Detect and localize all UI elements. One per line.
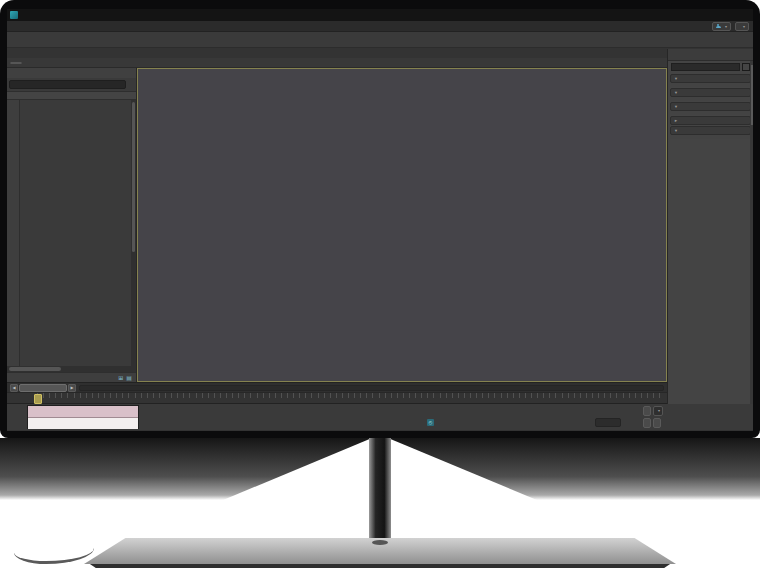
explorer-vscrollbar[interactable]: [131, 100, 136, 366]
dock-icon[interactable]: ⊞: [118, 374, 123, 382]
object-color-swatch[interactable]: [742, 63, 750, 71]
explorer-search-input[interactable]: [9, 80, 126, 89]
track-bar[interactable]: [7, 392, 667, 404]
app-icon: [10, 11, 18, 19]
display-color-rollout: ▼: [670, 74, 751, 87]
rollout-header[interactable]: ▼: [670, 102, 751, 111]
ruler-ticks: [37, 393, 661, 398]
viewport-scene: [138, 69, 666, 381]
explorer-hscrollbar[interactable]: [7, 366, 136, 372]
rollout-body: [670, 135, 751, 139]
menubar-right: ▾ ▾: [712, 22, 753, 31]
hide-by-category-rollout: ▼: [670, 88, 751, 101]
stand-base-edge: [84, 564, 676, 568]
ribbon-panel-row: [7, 58, 667, 68]
rollout-header[interactable]: ►: [670, 116, 751, 125]
rollout-header[interactable]: ▼: [670, 126, 751, 135]
previous-frame-icon[interactable]: ◀: [10, 384, 18, 392]
rollout-body: [670, 83, 751, 87]
next-frame-icon[interactable]: ▶: [68, 384, 76, 392]
sign-in-button[interactable]: ▾: [712, 22, 731, 31]
display-properties-rollout: ▼: [670, 126, 751, 139]
rollout-header[interactable]: ▼: [670, 74, 751, 83]
explorer-list: [20, 100, 136, 366]
freeze-rollout: ►: [670, 116, 751, 125]
command-panel: ▼ ▼ ▼ ► ▼: [667, 49, 753, 404]
status-bar: ◴ ▾: [7, 404, 753, 430]
main-area: ⊞ ▤: [7, 68, 667, 382]
screen: ▾ ▾: [7, 9, 753, 431]
scene-explorer: ⊞ ▤: [7, 68, 137, 382]
key-set-dropdown[interactable]: ▾: [653, 406, 663, 416]
collapse-icon: ▼: [674, 127, 678, 134]
polygon-modeling-tab[interactable]: [10, 62, 22, 64]
layout-icon[interactable]: ▤: [126, 374, 132, 382]
photo-background: [0, 438, 760, 572]
user-icon: [716, 24, 721, 29]
explorer-filter-strip: [7, 100, 20, 366]
object-color-row: [668, 61, 753, 73]
chevron-down-icon: ▾: [658, 407, 660, 415]
current-frame-field[interactable]: [595, 418, 621, 427]
key-filters-button[interactable]: [653, 418, 661, 428]
time-slider-handle[interactable]: [19, 384, 67, 392]
main-toolbar: [7, 32, 753, 48]
scrollbar-thumb[interactable]: [9, 367, 61, 371]
auto-key-button[interactable]: [643, 406, 651, 416]
explorer-body: [7, 100, 136, 366]
explorer-menu: [7, 68, 136, 78]
macro-recorder-row[interactable]: [28, 406, 138, 418]
track-bar-thumb[interactable]: [34, 394, 42, 404]
time-slider: ◀ ▶: [7, 382, 667, 392]
expand-icon: ►: [674, 117, 678, 124]
rollout-body: [670, 111, 751, 115]
monitor-shadow-right: [388, 438, 760, 500]
menu-bar: ▾ ▾: [7, 21, 753, 32]
set-key-button[interactable]: [643, 418, 651, 428]
collapse-icon: ▼: [674, 103, 678, 110]
object-name-field[interactable]: [671, 63, 740, 71]
collapse-icon: ▼: [674, 75, 678, 82]
explorer-column-header[interactable]: [7, 91, 136, 100]
monitor-cable: [14, 548, 94, 564]
explorer-search-row: [7, 78, 136, 91]
collapse-icon: ▼: [674, 89, 678, 96]
workspaces-dropdown[interactable]: ▾: [735, 22, 749, 31]
maxscript-mini-listener[interactable]: [27, 405, 139, 429]
stand-base-joint: [372, 540, 388, 545]
title-bar: [7, 9, 753, 21]
ribbon-tabs: [7, 48, 667, 58]
chevron-down-icon: ▾: [725, 23, 727, 30]
rollout-header[interactable]: ▼: [670, 88, 751, 97]
hide-rollout: ▼: [670, 102, 751, 115]
chevron-down-icon: ▾: [743, 23, 745, 30]
monitor-stand-column: [369, 438, 391, 546]
add-time-tag[interactable]: ◴: [427, 419, 436, 426]
key-controls-row2: [643, 418, 661, 428]
time-slider-track[interactable]: [79, 385, 664, 391]
monitor-bezel: ▾ ▾: [0, 0, 760, 438]
key-controls-row1: ▾: [643, 406, 663, 416]
rollout-body: [670, 97, 751, 101]
monitor-shadow-left: [0, 438, 372, 500]
panel-scrollbar[interactable]: [750, 61, 753, 404]
clock-icon: ◴: [427, 419, 434, 426]
listener-row[interactable]: [28, 418, 138, 429]
explorer-footer: ⊞ ▤: [7, 372, 136, 382]
perspective-viewport[interactable]: [137, 68, 667, 382]
scrollbar-thumb[interactable]: [132, 102, 135, 252]
command-panel-tabs: [668, 49, 753, 61]
